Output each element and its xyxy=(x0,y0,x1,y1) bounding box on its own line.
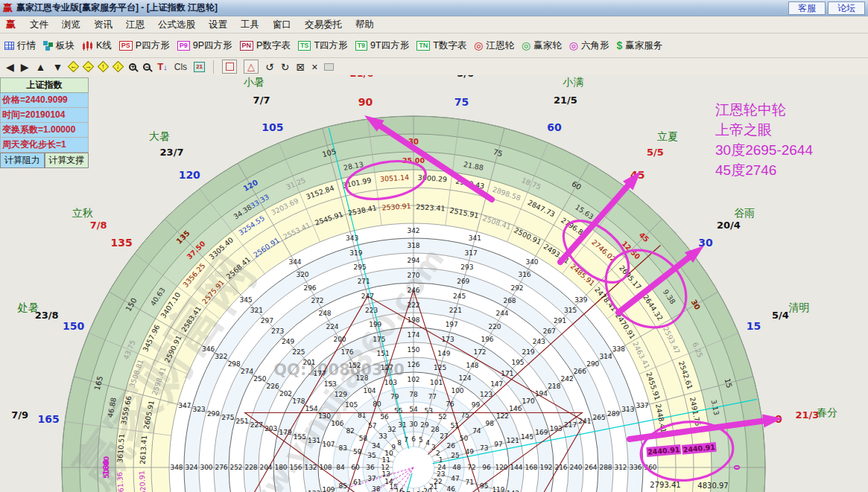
menu-设置[interactable]: 设置 xyxy=(202,17,234,33)
wheel-label: 168 xyxy=(525,464,537,471)
toolbar-T四方形[interactable]: TST四方形 xyxy=(298,39,348,52)
wheel-label: 122 xyxy=(496,412,509,420)
wheel-label: 58 xyxy=(359,435,368,442)
wheel-label: 152 xyxy=(348,362,361,369)
toolbar-K线[interactable]: K线 xyxy=(82,39,112,52)
wheel-label: 243 xyxy=(533,338,545,345)
zoom-in-button[interactable]: + xyxy=(129,63,136,71)
nav-right-button[interactable]: ▶ xyxy=(21,61,29,73)
coefficient-value: 变换系数=1.00000 xyxy=(0,123,89,138)
calc-support-button[interactable]: 计算支撑 xyxy=(45,153,89,168)
wheel-label: 271 xyxy=(358,278,370,285)
rotate-ccw-button[interactable]: ↺ xyxy=(265,61,274,73)
main-toolbar: 行情板块K线PSP四方形P99P四方形PNP数字表TST四方形T99T四方形TN… xyxy=(0,33,868,58)
wheel-label: 81 xyxy=(358,412,366,419)
wheel-label: 274 xyxy=(241,368,253,375)
easel-gray-button[interactable] xyxy=(324,63,334,71)
shift-down-button[interactable]: ↓ xyxy=(114,63,122,71)
wheel-label: 132 xyxy=(304,464,317,471)
wheel-label: 135 xyxy=(110,237,132,249)
wheel-label: 267 xyxy=(543,328,556,335)
wheel-label: 244 xyxy=(495,310,508,317)
wheel-label: 312 xyxy=(614,464,627,471)
zoom-out-button[interactable]: − xyxy=(143,63,151,71)
calendar-button[interactable]: 21 xyxy=(194,62,205,72)
wheel-label: 1 xyxy=(439,456,443,464)
toolbar-P数字表[interactable]: PNP数字表 xyxy=(240,39,291,52)
wheel-label: 7/9 xyxy=(11,409,28,421)
menu-窗口[interactable]: 窗口 xyxy=(266,17,298,33)
t-down-button[interactable]: T↓ xyxy=(157,61,167,72)
toolbar-赢家轮[interactable]: ◎赢家轮 xyxy=(522,39,562,52)
wheel-label: 57 xyxy=(368,422,376,429)
blocks-icon xyxy=(43,41,48,45)
calc-resistance-button[interactable]: 计算阻力 xyxy=(0,153,45,168)
wheel-label: 30 xyxy=(409,421,418,428)
nav-up-button[interactable]: ▲ xyxy=(36,61,46,73)
toolbar-label: 赢家服务 xyxy=(625,39,662,52)
shift-right-button[interactable]: → xyxy=(84,63,92,71)
wheel-label: 50 xyxy=(460,435,469,442)
wheel-label: 7/8 xyxy=(90,220,107,231)
toolbar-label: P数字表 xyxy=(256,39,291,52)
toolbar-P四方形[interactable]: PSP四方形 xyxy=(119,39,170,52)
toolbar-板块[interactable]: 板块 xyxy=(43,39,75,52)
menu-浏览[interactable]: 浏览 xyxy=(55,17,87,33)
square-tool-button[interactable] xyxy=(222,60,237,74)
triangle-tool-button[interactable]: △ xyxy=(244,60,259,74)
box-x-button[interactable]: ⊠ xyxy=(297,61,305,73)
wheel-label: 37 xyxy=(367,475,376,482)
toolbar-六角形[interactable]: ◎六角形 xyxy=(569,39,609,52)
wheel-label: 324 xyxy=(185,464,197,471)
toolbar-label: 行情 xyxy=(17,39,36,52)
index-info-panel: 上证指数 价格=2440.9099 时间=20190104 变换系数=1.000… xyxy=(0,77,89,168)
cross-tool-button[interactable]: × xyxy=(311,61,317,73)
wheel-label: 264 xyxy=(584,464,597,471)
toolbar-江恩轮[interactable]: ◎江恩轮 xyxy=(474,39,514,52)
nav-down-button[interactable]: ▼ xyxy=(52,61,63,73)
wheel-label: 49 xyxy=(466,448,475,456)
wheel-label: 197 xyxy=(446,321,458,328)
menu-资讯[interactable]: 资讯 xyxy=(87,17,119,33)
menu-工具[interactable]: 工具 xyxy=(234,17,266,33)
forum-button[interactable]: 论坛 xyxy=(828,1,865,15)
wheel-label: 170 xyxy=(522,397,535,405)
menu-文件[interactable]: 文件 xyxy=(23,17,55,33)
customer-service-button[interactable]: 客服 xyxy=(788,1,826,15)
wheel-label: 153 xyxy=(324,380,337,388)
wheel-label: 2793.41 xyxy=(650,481,680,489)
wheel-label: 180 xyxy=(274,464,287,471)
menu-items: 文件浏览资讯江恩公式选股设置工具窗口交易委托帮助 xyxy=(23,17,381,33)
menu-公式选股[interactable]: 公式选股 xyxy=(151,17,202,33)
wheel-label: 60 xyxy=(547,121,562,133)
toolbar-9T四方形[interactable]: T99T四方形 xyxy=(355,39,410,52)
toolbar-行情[interactable]: 行情 xyxy=(4,39,36,52)
wheel-label: 26 xyxy=(447,442,456,450)
menu-交易委托[interactable]: 交易委托 xyxy=(298,17,349,33)
wheel-label: 265 xyxy=(593,414,606,421)
wheel-label: 82 xyxy=(346,427,354,435)
rotate-cw-button[interactable]: ↻ xyxy=(281,61,290,73)
toolbar-T数字表[interactable]: TNT数字表 xyxy=(416,39,466,52)
nav-left-button[interactable]: ◀ xyxy=(6,61,14,73)
menu-帮助[interactable]: 帮助 xyxy=(349,17,381,33)
wheel-label: 107 xyxy=(322,441,335,448)
toolbar-9P四方形[interactable]: P99P四方形 xyxy=(177,39,232,52)
wheel-label: 124 xyxy=(458,374,471,382)
wheel-label: 33 xyxy=(378,432,387,440)
wheel-label: 125 xyxy=(434,364,446,371)
wheel-label: 155 xyxy=(294,433,306,441)
shift-up-button[interactable]: ↑ xyxy=(99,63,107,71)
shift-left-button[interactable]: ← xyxy=(69,63,77,71)
wheel-label: 273 xyxy=(271,328,284,335)
wheel-label: 120 xyxy=(179,169,200,181)
wheel-label: 289 xyxy=(607,410,620,418)
toolbar-赢家服务[interactable]: $赢家服务 xyxy=(616,39,662,52)
wheel-label: 337 xyxy=(636,402,649,409)
cls-button[interactable]: Cls xyxy=(174,62,187,72)
wheel-label: 15 xyxy=(747,320,761,332)
menu-江恩[interactable]: 江恩 xyxy=(119,17,151,33)
wheel-label: 249 xyxy=(282,338,294,345)
wheel-label: 300 xyxy=(200,464,212,471)
wheel-label: 31 xyxy=(398,421,406,429)
